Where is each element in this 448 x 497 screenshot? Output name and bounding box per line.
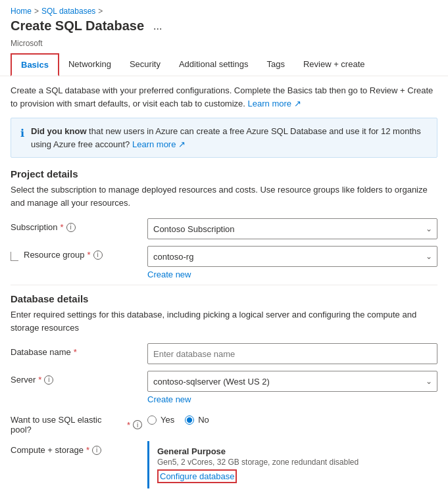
server-info-icon[interactable]: i [44,375,53,385]
resource-group-label: Resource group [24,250,85,260]
breadcrumb-sep1: > [34,7,39,16]
server-select-wrapper: contoso-sqlserver (West US 2) ⌄ [147,371,437,392]
server-label: Server * i [11,371,142,385]
compute-desc: Gen5, 2 vCores, 32 GB storage, zone redu… [157,458,430,467]
database-details-section: Database details Enter required settings… [11,293,437,488]
compute-required: * [86,445,89,455]
page-subtitle: Microsoft [0,39,448,53]
info-banner: ℹ Did you know that new users in Azure c… [11,118,437,158]
elastic-pool-field-wrap: Yes No [147,411,437,425]
elastic-pool-label: Want to use SQL elastic pool? * i [11,411,142,435]
page-title: Create SQL Database [11,18,144,34]
info-banner-bold: Did you know [31,126,87,136]
resource-group-field-wrap: contoso-rg ⌄ Create new [147,246,437,279]
ellipsis-button[interactable]: ... [149,19,166,34]
create-new-server-link[interactable]: Create new [147,394,191,404]
subscription-label: Subscription * i [11,218,142,232]
subscription-field-wrap: Contoso Subscription ⌄ [147,218,437,239]
compute-info-icon[interactable]: i [92,446,101,455]
configure-database-link[interactable]: Configure database [157,469,237,483]
database-name-row: Database name * [11,343,437,364]
main-content: Create a SQL database with your preferre… [0,76,448,497]
server-field-wrap: contoso-sqlserver (West US 2) ⌄ Create n… [147,371,437,404]
compute-tier: General Purpose [157,446,430,456]
intro-learn-more-link[interactable]: Learn more ↗ [248,99,301,108]
elastic-pool-no-radio[interactable] [185,415,194,425]
page-header: Create SQL Database ... [0,18,448,39]
subscription-select[interactable]: Contoso Subscription [147,218,437,239]
project-details-desc: Select the subscription to manage deploy… [11,183,437,209]
breadcrumb-home[interactable]: Home [11,7,32,16]
subscription-row: Subscription * i Contoso Subscription ⌄ [11,218,437,239]
resource-group-row: Resource group * i contoso-rg ⌄ Create n… [11,246,437,279]
elastic-pool-no-label[interactable]: No [185,415,209,425]
resource-group-select-wrapper: contoso-rg ⌄ [147,246,437,267]
tree-line [11,252,18,261]
elastic-pool-no-text: No [198,415,209,425]
tab-review-create[interactable]: Review + create [294,53,374,76]
server-row: Server * i contoso-sqlserver (West US 2)… [11,371,437,404]
database-name-label: Database name * [11,343,142,357]
breadcrumb-sep2: > [98,7,103,16]
subscription-select-wrapper: Contoso Subscription ⌄ [147,218,437,239]
compute-storage-field-wrap: General Purpose Gen5, 2 vCores, 32 GB st… [147,441,437,488]
subscription-info-icon[interactable]: i [66,223,76,232]
elastic-pool-info-icon[interactable]: i [133,420,142,429]
resource-group-required: * [87,250,91,260]
tab-security[interactable]: Security [120,53,170,76]
resource-group-label-wrap: Resource group * i [11,246,142,260]
project-details-title: Project details [11,168,437,179]
compute-storage-label: Compute + storage * i [11,441,142,455]
section-divider-1 [11,285,437,285]
resource-group-select[interactable]: contoso-rg [147,246,437,267]
tab-networking[interactable]: Networking [59,53,120,76]
database-name-input[interactable] [147,343,437,364]
create-new-resource-group-link[interactable]: Create new [147,270,191,279]
tab-additional-settings[interactable]: Additional settings [170,53,258,76]
database-details-desc: Enter required settings for this databas… [11,308,437,334]
resource-group-info-icon[interactable]: i [93,250,103,260]
server-select[interactable]: contoso-sqlserver (West US 2) [147,371,437,392]
subscription-required: * [61,222,64,232]
project-details-section: Project details Select the subscription … [11,168,437,279]
tab-basics[interactable]: Basics [11,53,59,76]
compute-box: General Purpose Gen5, 2 vCores, 32 GB st… [147,441,437,488]
elastic-pool-yes-radio[interactable] [147,415,157,425]
database-name-required: * [74,347,77,357]
info-learn-more-link[interactable]: Learn more ↗ [132,139,186,149]
intro-text: Create a SQL database with your preferre… [11,84,437,110]
database-details-title: Database details [11,293,437,304]
elastic-pool-radio-group: Yes No [147,411,437,425]
elastic-pool-yes-text: Yes [161,415,174,425]
breadcrumb-sql-databases[interactable]: SQL databases [41,7,95,16]
info-banner-text: Did you know that new users in Azure can… [31,125,428,151]
compute-storage-row: Compute + storage * i General Purpose Ge… [11,441,437,488]
info-icon: ℹ [20,126,24,151]
elastic-pool-row: Want to use SQL elastic pool? * i Yes No [11,411,437,435]
breadcrumb: Home > SQL databases > [0,0,448,18]
database-name-field-wrap [147,343,437,364]
tabs-container: Basics Networking Security Additional se… [0,53,448,76]
tab-tags[interactable]: Tags [257,53,293,76]
server-required: * [38,375,41,385]
elastic-pool-yes-label[interactable]: Yes [147,415,174,425]
elastic-pool-required: * [127,420,130,430]
